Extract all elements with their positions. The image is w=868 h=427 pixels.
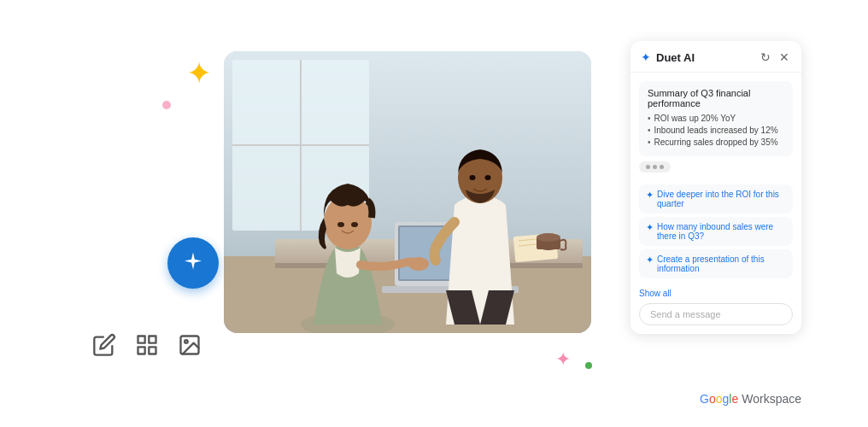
duet-ai-button[interactable] bbox=[167, 237, 219, 289]
svg-point-18 bbox=[537, 233, 560, 242]
workspace-label: Workspace bbox=[742, 392, 801, 406]
suggestion-plus-2: ✦ bbox=[646, 222, 654, 233]
decoration-dot-green bbox=[585, 362, 592, 369]
decoration-star-gold: ✦ bbox=[186, 58, 217, 89]
grid-icon[interactable] bbox=[135, 333, 159, 357]
toolbar bbox=[92, 333, 202, 357]
svg-point-23 bbox=[408, 257, 429, 271]
duet-refresh-button[interactable]: ↻ bbox=[759, 50, 772, 65]
google-workspace-logo: Google Workspace bbox=[700, 391, 801, 407]
svg-rect-30 bbox=[149, 347, 155, 354]
summary-text-2: Inbound leads increased by 12% bbox=[654, 126, 778, 135]
svg-point-21 bbox=[337, 222, 344, 227]
decoration-dot-pink bbox=[162, 101, 171, 109]
typing-dot-3 bbox=[660, 165, 664, 169]
typing-indicator bbox=[639, 161, 671, 173]
typing-dot-1 bbox=[646, 165, 650, 169]
summary-box: Summary of Q3 financial performance • RO… bbox=[639, 81, 793, 156]
bullet-2: • bbox=[648, 126, 651, 135]
g-red2: e bbox=[731, 392, 738, 406]
suggestion-item-3[interactable]: ✦ Create a presentation of this informat… bbox=[639, 249, 793, 278]
duet-header: ✦ Duet AI ↻ ✕ bbox=[630, 41, 801, 73]
svg-point-25 bbox=[470, 175, 476, 180]
summary-item-2: • Inbound leads increased by 12% bbox=[648, 126, 784, 135]
duet-panel-title: Duet AI bbox=[656, 51, 695, 64]
typing-dot-2 bbox=[653, 165, 657, 169]
show-all-link[interactable]: Show all bbox=[630, 285, 801, 303]
suggestion-text-1: Dive deeper into the ROI for this quarte… bbox=[657, 190, 786, 208]
message-input[interactable]: Send a message bbox=[639, 303, 793, 325]
summary-title: Summary of Q3 financial performance bbox=[648, 88, 784, 108]
suggestion-text-3: Create a presentation of this informatio… bbox=[657, 254, 786, 273]
summary-item-1: • ROI was up 20% YoY bbox=[648, 114, 784, 123]
g-red: o bbox=[709, 392, 716, 406]
duet-title-group: ✦ Duet AI bbox=[641, 50, 695, 64]
svg-point-26 bbox=[485, 175, 491, 180]
g-blue: G bbox=[700, 392, 709, 406]
svg-rect-28 bbox=[149, 336, 155, 343]
suggestion-text-2: How many inbound sales were there in Q3? bbox=[657, 222, 786, 241]
message-placeholder: Send a message bbox=[650, 309, 721, 319]
svg-rect-29 bbox=[138, 347, 145, 354]
svg-rect-27 bbox=[138, 336, 145, 343]
duet-sparkle-icon: ✦ bbox=[641, 50, 651, 64]
edit-icon[interactable] bbox=[92, 333, 116, 357]
summary-text-3: Recurring sales dropped by 35% bbox=[654, 137, 778, 147]
bullet-1: • bbox=[648, 114, 651, 123]
g-yellow: o bbox=[716, 392, 723, 406]
svg-point-32 bbox=[185, 340, 188, 343]
suggestion-item-2[interactable]: ✦ How many inbound sales were there in Q… bbox=[639, 217, 793, 246]
suggestions-list: ✦ Dive deeper into the ROI for this quar… bbox=[630, 178, 801, 285]
duet-panel: ✦ Duet AI ↻ ✕ Summary of Q3 financial pe… bbox=[630, 41, 801, 334]
summary-item-3: • Recurring sales dropped by 35% bbox=[648, 137, 784, 147]
google-logo-text: Google bbox=[700, 391, 738, 407]
svg-point-22 bbox=[351, 222, 358, 227]
suggestion-plus-1: ✦ bbox=[646, 190, 654, 201]
summary-text-1: ROI was up 20% YoY bbox=[654, 114, 736, 123]
suggestion-plus-3: ✦ bbox=[646, 254, 654, 266]
suggestion-item-1[interactable]: ✦ Dive deeper into the ROI for this quar… bbox=[639, 184, 793, 214]
office-image bbox=[224, 51, 591, 333]
duet-close-button[interactable]: ✕ bbox=[777, 50, 791, 65]
decoration-star-pink: ✦ bbox=[555, 348, 574, 367]
duet-header-icons: ↻ ✕ bbox=[759, 50, 791, 65]
bullet-3: • bbox=[648, 137, 651, 147]
image-icon[interactable] bbox=[178, 333, 202, 357]
